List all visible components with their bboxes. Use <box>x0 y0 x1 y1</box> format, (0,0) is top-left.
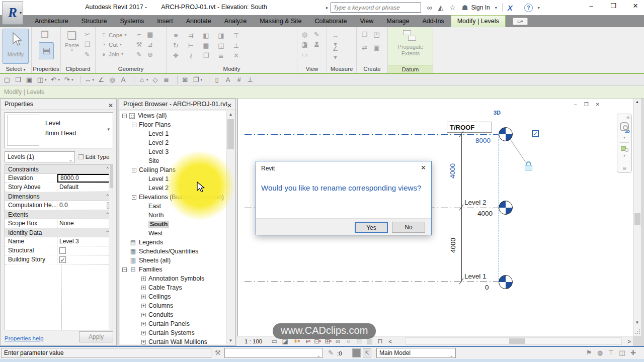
open-file-icon[interactable]: ❒ <box>14 76 22 83</box>
text-icon[interactable]: A <box>119 76 127 83</box>
help-dropdown-icon[interactable]: ▾ <box>538 6 540 10</box>
lock-constraint-icon[interactable] <box>525 161 533 171</box>
beam-joins-icon[interactable]: ▦ <box>146 30 154 39</box>
select-panel-label[interactable]: Select ▾ <box>0 65 31 73</box>
level-name-edit-troof[interactable]: T/ROOF <box>447 122 492 133</box>
yes-button[interactable]: Yes <box>355 222 388 233</box>
editing-requests-count[interactable]: :0 <box>337 350 342 356</box>
project-browser-close-icon[interactable]: ✕ <box>227 101 232 111</box>
design-option-combo[interactable]: Main Model ⌄ <box>376 348 456 358</box>
tab-analyze[interactable]: Analyze <box>218 15 253 27</box>
column-icon[interactable]: ▯ <box>213 76 221 83</box>
tree-item-level-2[interactable]: Level 2 <box>120 138 227 147</box>
type-selector[interactable]: Level 8mm Head ▾ <box>5 112 113 148</box>
expand-icon[interactable]: + <box>141 340 146 344</box>
navbar-collapse-icon[interactable]: ⊖ <box>617 166 631 171</box>
property-value-computation-he[interactable]: 0.0 <box>57 201 113 210</box>
tree-item-schedules-quantities[interactable]: ▦Schedules/Quantities <box>120 247 227 256</box>
close-button[interactable]: ✕ <box>631 2 640 10</box>
tab-structure[interactable]: Structure <box>75 15 114 27</box>
view-restore-icon[interactable]: ❐ <box>584 102 589 107</box>
tree-item-west[interactable]: West <box>120 229 227 238</box>
level-elevation-level2[interactable]: 4000 <box>477 210 493 217</box>
type-selector-dropdown-icon[interactable]: ▾ <box>107 127 110 132</box>
tree-item-floor-plans[interactable]: −Floor Plans <box>120 120 227 129</box>
workset-combo[interactable]: ⌄ <box>224 348 323 358</box>
minimize-button[interactable]: – <box>587 2 596 10</box>
delete-icon[interactable]: ✕ <box>232 51 240 60</box>
property-group-extents[interactable]: Extents⌃ <box>5 210 113 219</box>
aligned-dimension-icon[interactable]: ↔▾ <box>84 76 95 83</box>
sign-in-dropdown-icon[interactable]: ▾ <box>495 6 497 10</box>
split-icon[interactable]: ∤ <box>187 51 195 60</box>
tab-systems[interactable]: Systems <box>113 15 150 27</box>
offset-icon[interactable]: ⇉ <box>187 31 195 40</box>
unpin-icon[interactable]: ⊥ <box>232 41 240 50</box>
paint-icon[interactable]: ✎ <box>135 50 143 59</box>
maximize-button[interactable]: ❒ <box>609 2 618 10</box>
grid-icon[interactable]: # <box>235 76 243 83</box>
section-icon[interactable]: ◇ <box>151 76 159 83</box>
tab-manage[interactable]: Manage <box>380 15 416 27</box>
no-button[interactable]: No <box>392 222 425 233</box>
level-name-level2[interactable]: Level 2 <box>464 199 487 206</box>
tab-modify-levels[interactable]: Modify | Levels <box>451 15 506 27</box>
checkbox-building-story[interactable]: ✓ <box>59 256 66 263</box>
redo-icon[interactable]: ↷▾ <box>63 76 73 83</box>
worksets-icon[interactable]: ⚒ <box>215 349 221 356</box>
tab-collaborate[interactable]: Collaborate <box>308 15 354 27</box>
dialog-close-icon[interactable]: ✕ <box>421 164 426 171</box>
expand-icon[interactable]: + <box>141 277 146 281</box>
level-elevation-level1[interactable]: 0 <box>485 284 489 291</box>
tree-item-ceilings[interactable]: +Ceilings <box>120 292 227 301</box>
mirror-pick-axis-icon[interactable]: ◧ <box>202 31 210 40</box>
expand-icon[interactable]: + <box>141 331 146 335</box>
underlay-icon[interactable]: ≣ <box>312 40 321 49</box>
property-value-building-story[interactable]: ✓ <box>57 255 113 264</box>
tree-item-curtain-panels[interactable]: +Curtain Panels <box>120 319 227 328</box>
sign-in-icon[interactable]: ☗ <box>462 4 468 12</box>
match-icon[interactable]: ≣ <box>217 51 225 60</box>
properties-help-link[interactable]: Properties help <box>5 335 43 341</box>
tab-insert[interactable]: Insert <box>150 15 179 27</box>
legend-component-icon[interactable]: ❒ <box>360 30 369 39</box>
drawing-area[interactable]: – ❐ ✕ ⊗ 2D ▾ ▾ ⊖ 3D T/ROOF 8000 ✓ 4000 4… <box>236 99 633 346</box>
measure-along-element-icon[interactable]: ∠ ▾ <box>331 44 340 53</box>
tree-item-level-3[interactable]: Level 3 <box>120 147 227 156</box>
tree-item-east[interactable]: East <box>120 202 227 211</box>
tree-item-north[interactable]: North <box>120 211 227 220</box>
rotate-icon[interactable]: ↻ <box>172 41 180 50</box>
measure-icon[interactable]: ∠ <box>97 76 105 83</box>
tree-item-curtain-wall-mullions[interactable]: +Curtain Wall Mullions <box>120 337 227 344</box>
copy-icon[interactable]: ❐ <box>202 51 210 60</box>
zoom-region-icon[interactable] <box>621 145 628 152</box>
vertical-scrollbar[interactable]: ▲ ▼ <box>633 99 641 336</box>
text-note-icon[interactable]: A <box>224 76 232 83</box>
paste-button[interactable]: ❏ Paste ▾ <box>64 29 80 52</box>
view-close-icon[interactable]: ✕ <box>596 102 600 107</box>
resize-grip[interactable] <box>634 329 640 335</box>
level-head-level2[interactable] <box>499 201 513 215</box>
tree-item-level-2[interactable]: Level 2 <box>120 184 227 193</box>
navbar-close-icon[interactable]: ⊗ <box>626 115 630 120</box>
copy-icon[interactable]: ❐ <box>83 40 92 49</box>
align-icon[interactable]: ≡ <box>172 31 180 40</box>
tab-view[interactable]: View <box>353 15 380 27</box>
scroll-down-icon[interactable]: ▼ <box>227 337 234 344</box>
steering-wheel-icon[interactable] <box>620 122 629 131</box>
move-icon[interactable]: ✥ <box>172 51 180 60</box>
tree-item-site[interactable]: Site <box>120 156 227 165</box>
exchange-apps-icon[interactable]: X <box>508 4 513 12</box>
property-value-elevation[interactable]: 8000.0 <box>57 174 113 183</box>
element-filter-combo[interactable]: Levels (1) ⌄ <box>5 151 75 162</box>
dimension-value-lower[interactable]: 4000 <box>449 234 457 257</box>
drag-on-selection-icon[interactable]: ✚ <box>629 349 637 356</box>
property-value-name[interactable]: Level 3 <box>57 237 113 246</box>
type-properties-icon[interactable]: ❐ <box>41 29 49 40</box>
tree-item-columns[interactable]: +Columns <box>120 301 227 310</box>
scroll-up-icon[interactable]: ▲ <box>633 100 641 104</box>
expand-icon[interactable]: + <box>141 295 146 299</box>
property-group-constraints[interactable]: Constraints⌃ <box>5 165 113 174</box>
scroll-right-icon[interactable]: > <box>628 338 631 344</box>
new-file-icon[interactable]: ▢ <box>3 76 11 83</box>
